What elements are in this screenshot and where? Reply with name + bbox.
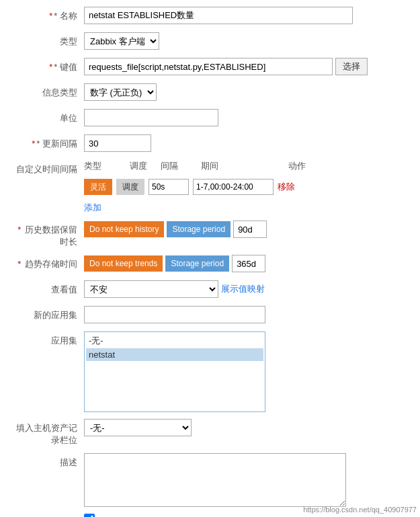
enabled-label: 已启用	[10, 514, 84, 517]
history-value-input[interactable]	[233, 221, 267, 238]
trends-do-not-keep-button[interactable]: Do not keep trends	[84, 255, 163, 272]
key-row: ** 键值 选择	[10, 58, 410, 77]
app-list-item-selected[interactable]: netstat	[86, 348, 263, 361]
description-textarea[interactable]	[84, 453, 346, 507]
app-set-row: 应用集 -无- netstat	[10, 331, 410, 412]
lookup-row: 查看值 不安 安全 未知 展示值映射	[10, 280, 410, 299]
interval-label: ** 更新间隔	[10, 134, 84, 150]
schedule-type-button[interactable]: 灵活	[84, 179, 112, 195]
unit-label: 单位	[10, 109, 84, 124]
watermark: https://blog.csdn.net/qq_40907977	[303, 506, 417, 514]
lookup-mapping-link[interactable]: 展示值映射	[221, 283, 265, 295]
custom-interval-label: 自定义时间间隔	[10, 160, 84, 175]
name-row: ** 名称	[10, 7, 410, 26]
type-label: 类型	[10, 32, 84, 48]
trends-label: * 趋势存储时间	[10, 255, 84, 270]
trends-row: * 趋势存储时间 Do not keep trends Storage peri…	[10, 255, 410, 274]
schedule-tune-button[interactable]: 调度	[116, 179, 144, 195]
schedule-data-row: 灵活 调度 移除	[84, 179, 295, 195]
info-type-row: 信息类型 数字 (无正负) 数字 (有正负) 字符	[10, 83, 410, 102]
key-label: ** 键值	[10, 58, 84, 73]
schedule-tune-header: 调度	[130, 160, 161, 172]
schedule-period-input[interactable]	[193, 179, 274, 195]
enabled-row: 已启用	[10, 514, 410, 517]
schedule-type-header: 类型	[84, 160, 130, 172]
history-do-not-keep-button[interactable]: Do not keep history	[84, 221, 164, 237]
new-app-input[interactable]	[84, 306, 265, 323]
lookup-label: 查看值	[10, 280, 84, 296]
unit-row: 单位	[10, 109, 410, 128]
populate-row: 填入主机资产记录栏位 -无-	[10, 419, 410, 446]
key-select-button[interactable]: 选择	[335, 58, 368, 75]
schedule-add-link[interactable]: 添加	[84, 202, 101, 214]
app-list-item[interactable]: -无-	[86, 333, 263, 348]
schedule-remove-link[interactable]: 移除	[278, 181, 295, 193]
interval-input[interactable]	[84, 134, 151, 152]
interval-row: ** 更新间隔	[10, 134, 410, 153]
type-row: 类型 Zabbix 客户端 Zabbix 主动型 外部检查	[10, 32, 410, 51]
description-label: 描述	[10, 453, 84, 469]
lookup-select[interactable]: 不安 安全 未知	[84, 280, 218, 298]
app-list[interactable]: -无- netstat	[84, 331, 265, 412]
schedule-header: 类型 调度 间隔 期间 动作	[84, 160, 322, 172]
description-row: 描述	[10, 453, 410, 507]
schedule-interval-header: 间隔	[161, 160, 201, 172]
enabled-checkbox[interactable]	[84, 514, 95, 517]
history-row: * 历史数据保留时长 Do not keep history Storage p…	[10, 221, 410, 248]
type-select[interactable]: Zabbix 客户端 Zabbix 主动型 外部检查	[84, 32, 159, 50]
app-set-label: 应用集	[10, 331, 84, 347]
history-label: * 历史数据保留时长	[10, 221, 84, 248]
populate-select[interactable]: -无-	[84, 419, 192, 436]
schedule-action-header: 动作	[288, 160, 322, 172]
info-type-select[interactable]: 数字 (无正负) 数字 (有正负) 字符	[84, 83, 157, 101]
new-app-label: 新的应用集	[10, 306, 84, 321]
key-input[interactable]	[84, 58, 333, 75]
unit-input[interactable]	[84, 109, 218, 126]
name-label: ** 名称	[10, 7, 84, 22]
history-storage-period-button[interactable]: Storage period	[167, 221, 230, 237]
custom-interval-row: 自定义时间间隔 类型 调度 间隔 期间 动作 灵活 调度 移除 添加	[10, 160, 410, 214]
populate-label: 填入主机资产记录栏位	[10, 419, 84, 446]
schedule-interval-input[interactable]	[149, 179, 189, 195]
name-input[interactable]	[84, 7, 353, 24]
trends-storage-period-button[interactable]: Storage period	[165, 255, 229, 272]
new-app-row: 新的应用集	[10, 306, 410, 325]
info-type-label: 信息类型	[10, 83, 84, 99]
schedule-period-header: 期间	[201, 160, 288, 172]
trends-value-input[interactable]	[232, 255, 265, 272]
